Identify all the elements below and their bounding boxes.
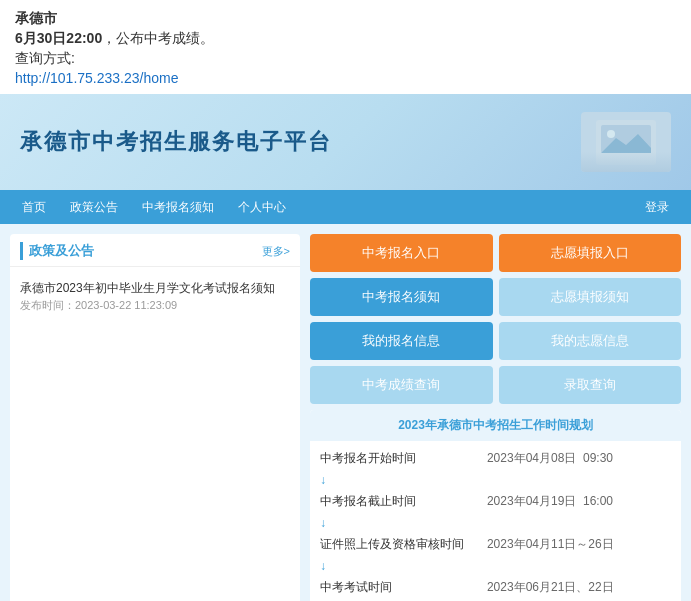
- my-wish-button[interactable]: 我的志愿信息: [499, 322, 682, 360]
- arrow-icon-2: ↓: [310, 515, 681, 531]
- city-name: 承德市: [15, 10, 676, 28]
- schedule-value-2: 2023年04月19日 16:00: [477, 488, 681, 515]
- table-row-arrow: ↓: [310, 472, 681, 488]
- admission-query-button[interactable]: 录取查询: [499, 366, 682, 404]
- schedule-value-3: 2023年04月11日～26日: [477, 531, 681, 558]
- schedule-section: 2023年承德市中考招生工作时间规划 中考报名开始时间 2023年04月08日 …: [310, 410, 681, 601]
- table-row: 中考报名开始时间 2023年04月08日 09:30: [310, 445, 681, 472]
- schedule-label-4: 中考考试时间: [310, 574, 477, 601]
- arrow-icon-3: ↓: [310, 558, 681, 574]
- wish-notice-button[interactable]: 志愿填报须知: [499, 278, 682, 316]
- table-row: 证件照上传及资格审核时间 2023年04月11日～26日: [310, 531, 681, 558]
- wish-register-button[interactable]: 志愿填报入口: [499, 234, 682, 272]
- schedule-label-2: 中考报名截止时间: [310, 488, 477, 515]
- arrow-icon: ↓: [310, 472, 681, 488]
- schedule-table: 中考报名开始时间 2023年04月08日 09:30 ↓ 中考报名截止时间 20…: [310, 445, 681, 601]
- announcement-highlight: 6月30日22:00: [15, 30, 102, 46]
- query-link[interactable]: http://101.75.233.23/home: [15, 70, 676, 86]
- schedule-title: 2023年承德市中考招生工作时间规划: [310, 410, 681, 441]
- nav-item-exam-notice[interactable]: 中考报名须知: [130, 190, 226, 224]
- news-item-title[interactable]: 承德市2023年初中毕业生月学文化考试报名须知: [20, 279, 290, 297]
- panel-header: 政策及公告 更多>: [10, 234, 300, 267]
- panel-more-link[interactable]: 更多>: [262, 244, 290, 259]
- table-row: 中考考试时间 2023年06月21日、22日: [310, 574, 681, 601]
- right-panel: 中考报名入口 志愿填报入口 中考报名须知 志愿填报须知 我的报名信息 我的志愿信…: [310, 234, 681, 601]
- table-row: 中考报名截止时间 2023年04月19日 16:00: [310, 488, 681, 515]
- schedule-value-4: 2023年06月21日、22日: [477, 574, 681, 601]
- nav-item-policy[interactable]: 政策公告: [58, 190, 130, 224]
- top-info-section: 承德市 6月30日22:00，公布中考成绩。 查询方式: http://101.…: [0, 0, 691, 94]
- announcement: 6月30日22:00，公布中考成绩。: [15, 30, 676, 48]
- left-panel: 政策及公告 更多> 承德市2023年初中毕业生月学文化考试报名须知 发布时间：2…: [10, 234, 300, 601]
- table-row-arrow: ↓: [310, 515, 681, 531]
- nav-item-personal[interactable]: 个人中心: [226, 190, 298, 224]
- schedule-label-1: 中考报名开始时间: [310, 445, 477, 472]
- panel-title: 政策及公告: [20, 242, 94, 260]
- main-card: 承德市中考招生服务电子平台 首页 政策公告 中考报名须知 个人中心 登录 政策及…: [0, 94, 691, 601]
- header-banner: 承德市中考招生服务电子平台: [0, 94, 691, 190]
- nav-bar: 首页 政策公告 中考报名须知 个人中心 登录: [0, 190, 691, 224]
- news-item: 承德市2023年初中毕业生月学文化考试报名须知 发布时间：2023-03-22 …: [10, 273, 300, 320]
- svg-point-3: [607, 130, 615, 138]
- content-area: 政策及公告 更多> 承德市2023年初中毕业生月学文化考试报名须知 发布时间：2…: [0, 224, 691, 601]
- table-row-arrow: ↓: [310, 558, 681, 574]
- exam-notice-button[interactable]: 中考报名须知: [310, 278, 493, 316]
- query-label: 查询方式:: [15, 50, 676, 68]
- exam-register-button[interactable]: 中考报名入口: [310, 234, 493, 272]
- news-item-date: 发布时间：2023-03-22 11:23:09: [20, 297, 290, 314]
- header-title: 承德市中考招生服务电子平台: [20, 127, 332, 157]
- nav-item-home[interactable]: 首页: [10, 190, 58, 224]
- my-register-button[interactable]: 我的报名信息: [310, 322, 493, 360]
- button-grid: 中考报名入口 志愿填报入口 中考报名须知 志愿填报须知 我的报名信息 我的志愿信…: [310, 234, 681, 404]
- schedule-value-1: 2023年04月08日 09:30: [477, 445, 681, 472]
- nav-login-button[interactable]: 登录: [633, 199, 681, 216]
- header-logo: [581, 112, 671, 172]
- news-list: 承德市2023年初中毕业生月学文化考试报名须知 发布时间：2023-03-22 …: [10, 267, 300, 326]
- logo-image-icon: [596, 120, 656, 165]
- schedule-label-3: 证件照上传及资格审核时间: [310, 531, 477, 558]
- score-query-button[interactable]: 中考成绩查询: [310, 366, 493, 404]
